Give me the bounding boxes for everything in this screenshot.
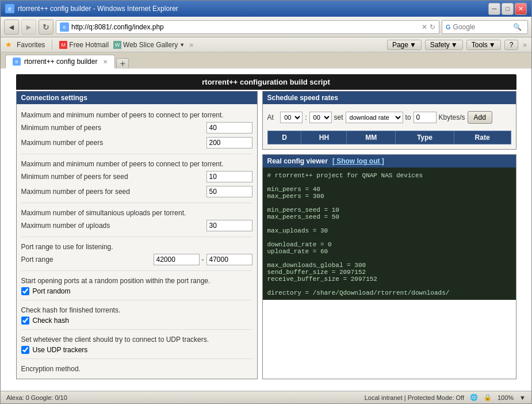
random-subtitle: Start opening ports at a random position… (21, 275, 252, 286)
divider4 (21, 270, 252, 271)
tab-bar: e rtorrent++ config builder ✕ + (1, 52, 531, 68)
udp-row: Use UDP trackers (21, 345, 252, 355)
divider6 (21, 329, 252, 330)
hotmail-link[interactable]: M Free Hotmail (59, 41, 109, 49)
tools-menu[interactable]: Tools ▼ (466, 40, 501, 50)
security-icon: 🔒 (484, 394, 492, 401)
hotmail-icon: M (59, 41, 67, 49)
refresh-button[interactable]: ↻ (39, 20, 53, 35)
close-button[interactable]: ✕ (515, 3, 527, 15)
max-peers-seed-label: Maximum number of peers for seed (21, 188, 206, 196)
forward-button[interactable]: ► (21, 20, 36, 35)
hash-checkbox[interactable] (21, 317, 29, 325)
port-random-checkbox[interactable] (21, 287, 29, 295)
udp-checkbox[interactable] (21, 346, 29, 354)
favorites-label: Favorites (17, 41, 45, 49)
nav-bar: ◄ ► ↻ e ✕ ↻ G 🔍 (1, 17, 531, 37)
right-panel: Schedule speed rates At 0001020612 : 001… (262, 91, 516, 379)
max-uploads-input[interactable] (206, 220, 252, 231)
maximize-button[interactable]: □ (502, 3, 514, 15)
toolbar-right: Page ▼ Safety ▼ Tools ▼ ? (387, 40, 518, 50)
search-logo: G (446, 24, 451, 31)
port-subtitle: Port range to use for listening. (21, 241, 252, 252)
port-range-inputs: - (154, 254, 252, 265)
web-slice-label: Web Slice Gallery (123, 41, 178, 49)
port-range-row: Port range - (21, 252, 252, 267)
new-tab-button[interactable]: + (116, 58, 129, 68)
tab-close-icon[interactable]: ✕ (103, 59, 108, 65)
active-tab[interactable]: e rtorrent++ config builder ✕ (5, 55, 115, 68)
page-menu[interactable]: Page ▼ (387, 40, 422, 50)
port-dash: - (202, 256, 204, 264)
config-content: # rtorrent++ project for QNAP NAS device… (267, 172, 511, 296)
port-to-input[interactable] (206, 254, 252, 265)
min-peers-seed-row: Minimum number of peers for seed (21, 169, 252, 184)
zone-text: Local intranet | Protected Mode: Off (365, 394, 464, 401)
add-schedule-button[interactable]: Add (468, 111, 492, 124)
stop-icon[interactable]: ✕ (422, 23, 427, 31)
min-peers-input[interactable] (206, 122, 252, 134)
status-bar: Alexa: 0 Google: 0/10 Local intranet | P… (1, 391, 531, 403)
min-peers-seed-input[interactable] (206, 171, 252, 182)
col-d: D (267, 131, 301, 144)
page-wrapper: rtorrent++ configuration build script Co… (16, 74, 516, 379)
col-hh: HH (301, 131, 347, 144)
connection-panel: Connection settings Maximum and minimum … (16, 91, 258, 379)
col-type: Type (396, 131, 454, 144)
web-slice-link[interactable]: W Web Slice Gallery ▼ (113, 41, 185, 49)
favorites-star-icon: ★ (5, 40, 12, 49)
title-bar-left: e rtorrent++ config builder - Windows In… (5, 4, 178, 13)
port-from-input[interactable] (154, 254, 200, 265)
max-uploads-row: Maximum number of uploads (21, 218, 252, 233)
minimize-button[interactable]: ─ (488, 3, 500, 15)
set-label: set (334, 113, 343, 121)
connection-header: Connection settings (17, 92, 257, 104)
max-uploads-label: Maximum number of uploads (21, 222, 206, 230)
status-text: Alexa: 0 Google: 0/10 (6, 394, 353, 401)
more-links-icon: » (189, 41, 193, 49)
hotmail-label: Free Hotmail (69, 41, 109, 49)
page-title: rtorrent++ configuration build script (16, 74, 516, 90)
hash-subtitle: Check hash for finished torrents. (21, 304, 252, 315)
refresh-icon[interactable]: ↻ (430, 23, 435, 31)
schedule-header: Schedule speed rates (263, 92, 516, 104)
min-peers-row: Minimum number of peers (21, 120, 252, 135)
mm-select[interactable]: 00153045 (309, 112, 332, 123)
divider5 (21, 300, 252, 300)
hash-row: Check hash (21, 315, 252, 326)
max-peers-seed-input[interactable] (206, 186, 252, 197)
divider2 (21, 203, 252, 203)
min-peers-label: Minimum number of peers (21, 124, 206, 132)
address-favicon: e (60, 22, 69, 32)
rate-unit: Kbytes/s (439, 113, 465, 121)
peers-subtitle: Maximum and minimum number of peers to c… (21, 109, 252, 120)
divider1 (21, 154, 252, 154)
divider7 (21, 359, 252, 359)
favorites-button[interactable]: Favorites (17, 41, 45, 49)
help-button[interactable]: ? (504, 40, 519, 50)
show-log-link[interactable]: [ Show log out ] (332, 157, 384, 165)
hh-select[interactable]: 0001020612 (280, 112, 303, 123)
back-button[interactable]: ◄ (4, 20, 19, 35)
connection-body: Maximum and minimum number of peers to c… (17, 104, 257, 379)
schedule-table: D HH MM Type Rate (267, 131, 511, 144)
to-label: to (405, 113, 411, 121)
zoom-text: 100% (497, 394, 514, 401)
max-peers-row: Maximum number of peers (21, 135, 252, 150)
safety-menu[interactable]: Safety ▼ (425, 40, 463, 50)
max-peers-label: Maximum number of peers (21, 139, 206, 147)
status-right: Local intranet | Protected Mode: Off 🌐 🔒… (365, 394, 526, 401)
search-input[interactable] (453, 23, 511, 31)
search-icon[interactable]: 🔍 (513, 23, 522, 31)
zoom-dropdown-icon[interactable]: ▼ (519, 394, 526, 401)
colon-label: : (305, 113, 307, 121)
tab-title: rtorrent++ config builder (24, 58, 97, 66)
type-select[interactable]: download rateupload rate (346, 112, 403, 123)
max-peers-input[interactable] (206, 137, 252, 148)
port-range-label: Port range (21, 256, 154, 264)
toolbar-more-icon: » (523, 41, 527, 49)
rate-input[interactable] (414, 112, 437, 123)
address-input[interactable] (71, 23, 419, 31)
two-column-layout: Connection settings Maximum and minimum … (16, 91, 516, 379)
search-bar: G 🔍 (442, 20, 528, 34)
